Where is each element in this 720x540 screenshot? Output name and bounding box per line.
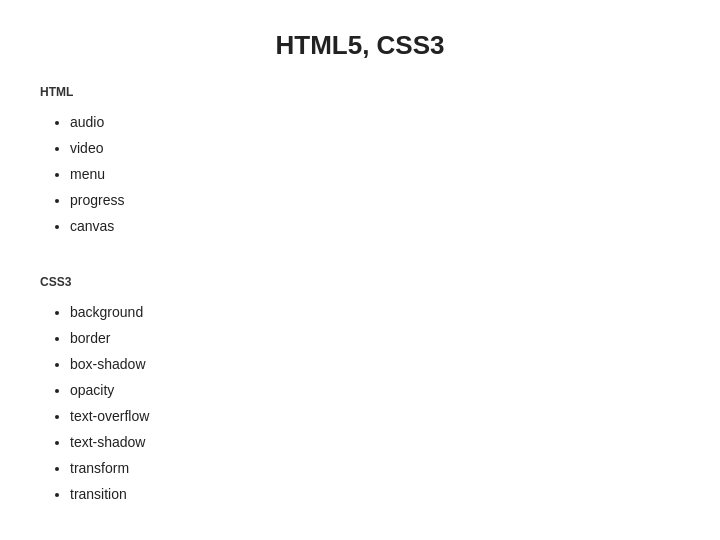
list-item: audio — [70, 109, 680, 135]
list-item: text-shadow — [70, 429, 680, 455]
section-list-css3: backgroundborderbox-shadowopacitytext-ov… — [40, 299, 680, 507]
list-item: transition — [70, 481, 680, 507]
section-label-html: HTML — [40, 85, 680, 99]
list-item: video — [70, 135, 680, 161]
list-item: transform — [70, 455, 680, 481]
list-item: canvas — [70, 213, 680, 239]
list-item: border — [70, 325, 680, 351]
list-item: box-shadow — [70, 351, 680, 377]
list-item: text-overflow — [70, 403, 680, 429]
section-label-css3: CSS3 — [40, 275, 680, 289]
list-item: progress — [70, 187, 680, 213]
list-item: menu — [70, 161, 680, 187]
list-item: opacity — [70, 377, 680, 403]
section-list-html: audiovideomenuprogresscanvas — [40, 109, 680, 239]
page-title: HTML5, CSS3 — [40, 30, 680, 61]
list-item: background — [70, 299, 680, 325]
